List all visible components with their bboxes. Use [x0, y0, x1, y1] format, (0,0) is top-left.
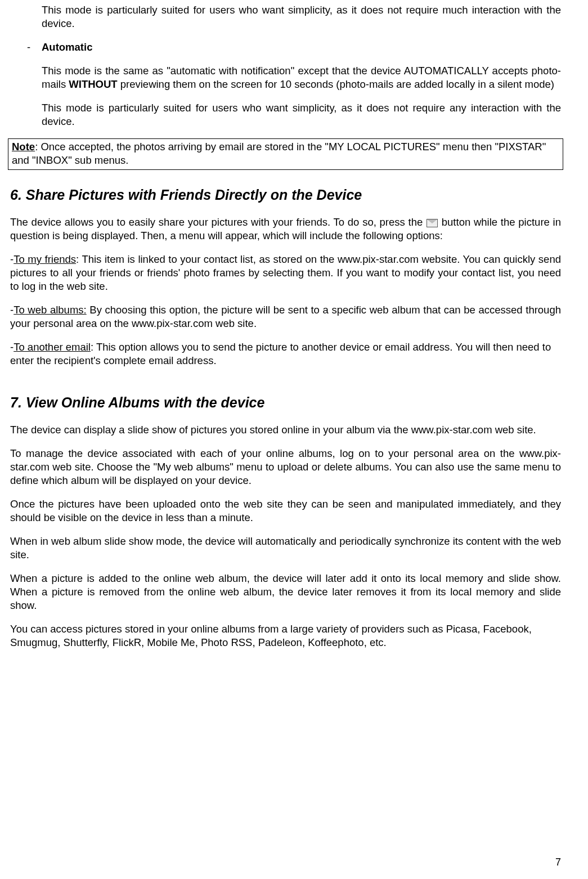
- s7-paragraph-2: To manage the device associated with eac…: [10, 447, 561, 487]
- s6-option-email: -To another email: This option allows yo…: [10, 340, 561, 367]
- bullet-automatic: - Automatic: [27, 41, 561, 54]
- heading-section-6: 6. Share Pictures with Friends Directly …: [10, 186, 561, 204]
- text-part: The device allows you to easily share yo…: [10, 216, 426, 228]
- option-text: : This item is linked to your contact li…: [10, 253, 561, 292]
- s7-paragraph-5: When a picture is added to the online we…: [10, 572, 561, 612]
- s7-paragraph-3: Once the pictures have been uploaded ont…: [10, 497, 561, 524]
- option-label: To my friends: [14, 253, 76, 265]
- text-part: previewing them on the screen for 10 sec…: [118, 78, 554, 90]
- note-box: Note: Once accepted, the photos arriving…: [8, 138, 563, 170]
- envelope-icon: [427, 219, 438, 227]
- heading-section-7: 7. View Online Albums with the device: [10, 393, 561, 412]
- s6-option-webalbums: -To web albums: By choosing this option,…: [10, 303, 561, 330]
- option-text: By choosing this option, the picture wil…: [10, 304, 561, 329]
- option-label: To another email: [14, 341, 91, 353]
- intro-paragraph: This mode is particularly suited for use…: [42, 3, 561, 30]
- s7-paragraph-6: You can access pictures stored in your o…: [10, 622, 561, 649]
- bullet-label: Automatic: [42, 41, 92, 54]
- note-text: : Once accepted, the photos arriving by …: [12, 141, 546, 166]
- page-number: 7: [555, 856, 561, 869]
- s7-paragraph-1: The device can display a slide show of p…: [10, 423, 561, 437]
- bullet-dash: -: [27, 41, 42, 54]
- option-text: : This option allows you to send the pic…: [10, 341, 551, 366]
- option-label: To web albums:: [14, 304, 87, 316]
- note-label: Note: [12, 141, 35, 153]
- s6-paragraph-1: The device allows you to easily share yo…: [10, 216, 561, 243]
- s6-option-friends: -To my friends: This item is linked to y…: [10, 253, 561, 293]
- automatic-paragraph-1: This mode is the same as "automatic with…: [42, 64, 561, 91]
- automatic-paragraph-2: This mode is particularly suited for use…: [42, 101, 561, 128]
- without-bold: WITHOUT: [69, 78, 117, 90]
- s7-paragraph-4: When in web album slide show mode, the d…: [10, 535, 561, 562]
